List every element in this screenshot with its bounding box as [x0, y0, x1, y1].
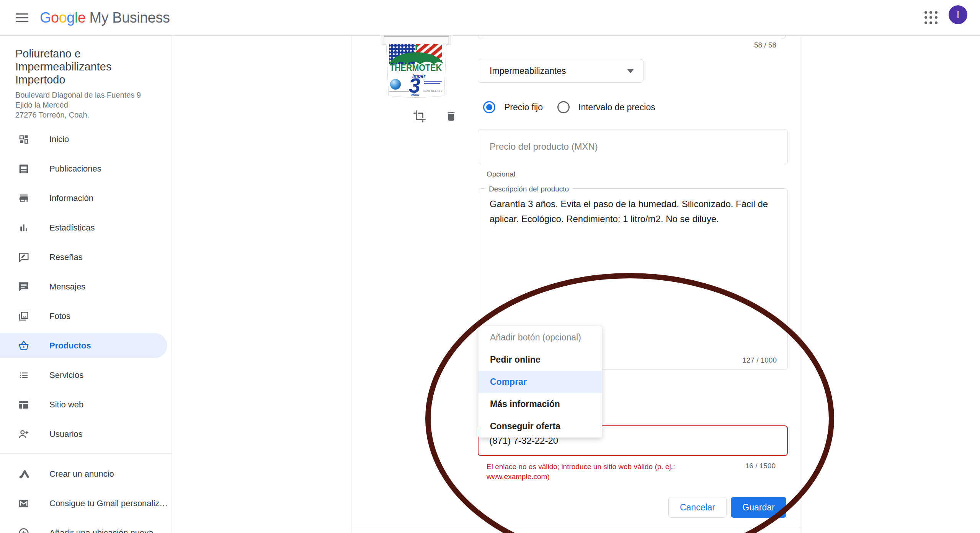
logo-letter-1: o — [51, 10, 59, 26]
sidebar-nav: Inicio Publicaciones Información Estadís… — [0, 124, 172, 449]
sidebar: Poliuretano e Impermeabilizantes Imperto… — [0, 36, 172, 533]
add-location-icon — [18, 527, 29, 533]
gmail-icon — [18, 498, 29, 509]
product-brand-text: THERMOTEK — [390, 63, 442, 73]
price-input[interactable]: Precio del producto (MXN) — [478, 129, 788, 164]
menu-item-anadir-boton-opcional[interactable]: Añadir botón (opcional) — [479, 326, 602, 348]
category-select[interactable]: Impermeabilizantes — [478, 59, 644, 83]
google-apps-grid-icon[interactable] — [923, 10, 939, 25]
radio-precio-fijo-label: Precio fijo — [504, 102, 543, 113]
google-wordmark: Google — [40, 10, 86, 26]
name-char-counter: 58 / 58 — [478, 41, 776, 49]
sidebar-divider — [0, 453, 172, 454]
chevron-down-icon — [627, 69, 634, 73]
menu-item-pedir-online[interactable]: Pedir online — [479, 348, 602, 371]
sidebar-item-publicaciones[interactable]: Publicaciones — [0, 154, 172, 183]
sidebar-item-crear-un-anuncio[interactable]: Crear un anuncio — [0, 459, 172, 489]
storefront-icon — [18, 193, 29, 204]
save-button[interactable]: Guardar — [731, 497, 786, 518]
trash-icon[interactable] — [445, 110, 457, 122]
description-label: Descripción del producto — [486, 185, 572, 193]
sidebar-item-estadisticas[interactable]: Estadísticas — [0, 213, 172, 242]
sidebar-item-informacion[interactable]: Información — [0, 183, 172, 213]
logo-letter-4: l — [75, 10, 78, 26]
sidebar-footer-nav: Crear un anuncio Consigue tu Gmail perso… — [0, 459, 172, 533]
svg-text:CONT. NET. 19 L: CONT. NET. 19 L — [423, 90, 442, 92]
google-my-business-logo: Google My Business — [40, 0, 170, 35]
product-photo: THERMOTEK Imper 3 AÑOS CONT. NET. 19 L — [382, 35, 451, 99]
ads-icon — [18, 468, 29, 480]
bar-chart-icon — [18, 222, 29, 234]
sidebar-item-resenas[interactable]: Reseñas — [0, 242, 172, 272]
radio-precio-fijo[interactable] — [483, 101, 495, 113]
sidebar-item-productos[interactable]: Productos — [0, 331, 172, 360]
logo-letter-2: o — [59, 10, 67, 26]
description-value: Garantía 3 años. Evita el paso de la hum… — [490, 196, 781, 226]
cancel-button[interactable]: Cancelar — [668, 497, 727, 518]
basket-icon — [18, 340, 29, 352]
person-add-icon — [18, 428, 29, 440]
price-placeholder: Precio del producto (MXN) — [490, 141, 598, 152]
logo-letter-5: e — [78, 10, 86, 26]
sidebar-item-mensajes[interactable]: Mensajes — [0, 272, 172, 301]
sidebar-item-anadir-una-ubicacion-nueva[interactable]: Añadir una ubicación nueva — [0, 518, 172, 533]
menu-item-conseguir-oferta[interactable]: Conseguir oferta — [479, 415, 602, 437]
dashboard-icon — [18, 134, 29, 145]
sidebar-item-servicios[interactable]: Servicios — [0, 360, 172, 390]
article-icon — [18, 163, 29, 175]
list-icon — [18, 370, 29, 381]
product-name-input[interactable] — [478, 35, 786, 39]
hamburger-menu-icon[interactable] — [16, 11, 28, 24]
menu-item-mas-informacion[interactable]: Más información — [479, 393, 602, 415]
sidebar-item-fotos[interactable]: Fotos — [0, 301, 172, 331]
link-char-counter: 16 / 1500 — [581, 462, 776, 470]
category-value: Impermeabilizantes — [490, 66, 566, 76]
card-footer-divider — [351, 528, 802, 528]
sidebar-item-consigue-tu-gmail-personaliz[interactable]: Consigue tu Gmail personaliz… — [0, 489, 172, 518]
description-char-counter: 127 / 1000 — [742, 356, 777, 365]
rate-review-icon — [18, 252, 29, 263]
sidebar-item-usuarios[interactable]: Usuarios — [0, 419, 172, 449]
logo-letter-3: g — [67, 10, 75, 26]
photo-library-icon — [18, 311, 29, 322]
web-icon — [18, 399, 29, 410]
add-button-dropdown-menu: Añadir botón (opcional) Pedir online Com… — [478, 326, 602, 438]
account-avatar[interactable]: I — [949, 5, 967, 24]
menu-item-comprar[interactable]: Comprar — [479, 371, 602, 393]
price-helper-text: Opcional — [487, 170, 515, 178]
product-edit-card: THERMOTEK Imper 3 AÑOS CONT. NET. 19 L 5… — [351, 35, 802, 533]
radio-intervalo-precios-label: Intervalo de precios — [578, 102, 655, 113]
radio-intervalo-precios[interactable] — [557, 101, 570, 113]
svg-text:AÑOS: AÑOS — [411, 93, 419, 96]
price-type-radio-group: Precio fijo Intervalo de precios — [478, 101, 788, 116]
logo-letter-0: G — [40, 10, 51, 26]
chat-icon — [18, 281, 29, 293]
sidebar-item-sitio-web[interactable]: Sitio web — [0, 390, 172, 419]
top-app-bar: Google My Business I — [0, 0, 980, 36]
sidebar-item-inicio[interactable]: Inicio — [0, 124, 172, 154]
business-address: Boulevard Diagonal de las Fuentes 9 Ejid… — [15, 90, 141, 120]
business-name: Poliuretano e Impermeabilizantes Imperto… — [15, 47, 111, 86]
logo-suffix: My Business — [90, 10, 170, 26]
crop-icon[interactable] — [413, 110, 426, 123]
